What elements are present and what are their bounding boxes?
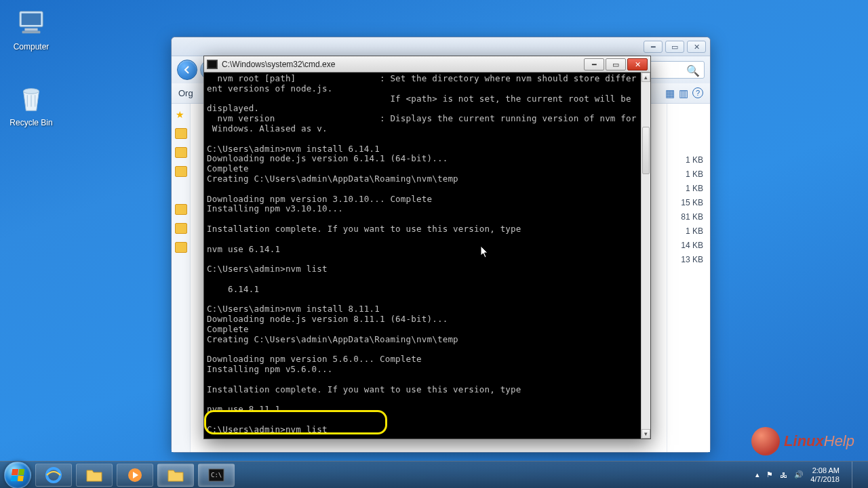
file-size: 14 KB <box>667 241 710 255</box>
favorites-star-icon: ★ <box>176 109 186 120</box>
organize-menu[interactable]: Org <box>178 88 193 98</box>
watermark: LinuxHelp <box>751 427 854 455</box>
back-button[interactable] <box>177 60 197 80</box>
cmd-titlebar[interactable]: C:\Windows\system32\cmd.exe ━ ▭ ✕ <box>204 56 650 73</box>
desktop-icon-label: Recycle Bin <box>5 118 57 127</box>
file-size: 13 KB <box>667 255 710 269</box>
volume-icon[interactable]: 🔊 <box>794 470 804 479</box>
taskbar-explorer-open[interactable] <box>157 464 194 487</box>
svg-rect-1 <box>22 14 41 25</box>
desktop-icon-label: Computer <box>5 42 57 52</box>
minimize-button[interactable]: ━ <box>584 58 604 70</box>
desktop-icon-computer[interactable]: Computer <box>5 7 57 52</box>
cmd-icon: C:\ <box>208 468 224 482</box>
scroll-down-arrow-icon[interactable]: ▾ <box>642 429 650 439</box>
close-button[interactable]: ✕ <box>687 41 706 53</box>
mouse-cursor-icon <box>480 245 490 259</box>
favorites-item[interactable] <box>175 223 187 234</box>
play-icon <box>127 467 143 483</box>
taskbar-clock[interactable]: 2:08 AM 4/7/2018 <box>810 466 840 484</box>
favorites-item[interactable] <box>175 166 187 177</box>
cmd-title: C:\Windows\system32\cmd.exe <box>222 60 335 69</box>
computer-icon <box>15 7 47 39</box>
favorites-item[interactable] <box>175 128 187 139</box>
explorer-favorites-pane[interactable]: ★ <box>172 104 191 452</box>
system-tray[interactable]: ▴ ⚑ 🖧 🔊 2:08 AM 4/7/2018 <box>755 462 864 489</box>
action-center-icon[interactable]: ⚑ <box>766 470 773 479</box>
globe-icon <box>751 427 780 455</box>
show-desktop-button[interactable] <box>852 462 861 489</box>
maximize-button[interactable]: ▭ <box>665 41 684 53</box>
file-size: 1 KB <box>667 155 710 169</box>
folder-icon <box>167 468 184 483</box>
taskbar-media-player[interactable] <box>117 464 153 487</box>
desktop-icon-recycle[interactable]: Recycle Bin <box>5 83 57 127</box>
close-button[interactable]: ✕ <box>627 58 648 70</box>
scroll-thumb[interactable] <box>642 127 650 174</box>
taskbar-ie[interactable] <box>35 464 72 487</box>
watermark-text-a: Linux <box>784 432 824 450</box>
favorites-item[interactable] <box>175 147 187 158</box>
cmd-window[interactable]: C:\Windows\system32\cmd.exe ━ ▭ ✕ nvm ro… <box>203 56 651 439</box>
show-hidden-icons-icon[interactable]: ▴ <box>755 470 760 479</box>
help-button[interactable]: ? <box>692 87 703 98</box>
clock-time: 2:08 AM <box>810 466 840 475</box>
svg-point-4 <box>24 89 39 94</box>
terminal-output[interactable]: nvm root [path] : Set the directory wher… <box>204 73 641 439</box>
file-size: 1 KB <box>667 226 710 241</box>
start-button[interactable] <box>4 462 31 489</box>
arrow-left-icon <box>182 65 192 75</box>
ie-icon <box>45 466 62 484</box>
svg-point-5 <box>47 468 60 482</box>
watermark-text-b: Help <box>824 432 854 450</box>
explorer-titlebar[interactable]: ━ ▭ ✕ <box>172 37 710 56</box>
svg-rect-3 <box>22 31 41 34</box>
favorites-item[interactable] <box>175 242 187 253</box>
clock-date: 4/7/2018 <box>810 475 840 484</box>
cmd-icon <box>207 60 218 69</box>
favorites-item[interactable] <box>175 204 187 215</box>
taskbar-cmd[interactable]: C:\ <box>198 464 235 487</box>
file-size: 1 KB <box>667 169 710 184</box>
cmd-scrollbar[interactable]: ▴ ▾ <box>641 73 650 439</box>
maximize-button[interactable]: ▭ <box>606 58 626 70</box>
preview-button[interactable]: ▥ <box>679 87 688 100</box>
folder-icon <box>85 468 103 483</box>
file-size: 81 KB <box>667 212 710 226</box>
taskbar-explorer[interactable] <box>76 464 113 487</box>
minimize-button[interactable]: ━ <box>644 41 663 53</box>
view-button[interactable]: ▦ <box>665 87 675 100</box>
taskbar[interactable]: C:\ ▴ ⚑ 🖧 🔊 2:08 AM 4/7/2018 <box>0 461 868 488</box>
windows-logo-icon <box>11 469 25 481</box>
file-size: 15 KB <box>667 198 710 212</box>
network-icon[interactable]: 🖧 <box>780 471 787 479</box>
recycle-bin-icon <box>15 83 47 115</box>
svg-rect-2 <box>24 28 37 31</box>
svg-text:C:\: C:\ <box>211 472 222 479</box>
file-size: 1 KB <box>667 184 710 198</box>
search-icon: 🔍 <box>686 64 700 77</box>
scroll-up-arrow-icon[interactable]: ▴ <box>642 73 650 82</box>
explorer-size-column: 1 KB 1 KB 1 KB 15 KB 81 KB 1 KB 14 KB 13… <box>667 104 710 452</box>
